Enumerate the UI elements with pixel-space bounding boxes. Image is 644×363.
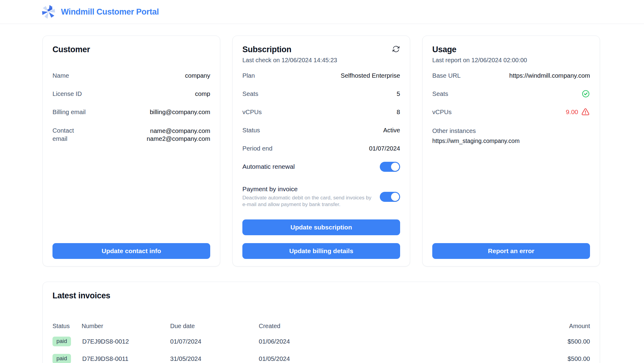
update-billing-details-button[interactable]: Update billing details — [242, 243, 400, 259]
invoice-amount: $500.00 — [532, 338, 590, 345]
contact-email-row: Contact email name@company.com name2@com… — [52, 121, 210, 148]
seats-label: Seats — [242, 90, 258, 98]
other-instance-url: https://wm_staging.company.com — [432, 137, 520, 144]
refresh-icon[interactable] — [392, 45, 400, 53]
windmill-logo-icon — [40, 4, 57, 20]
payment-by-invoice-description: Deactivate automatic debit on the card, … — [242, 195, 376, 208]
warning-triangle-icon — [581, 107, 590, 117]
invoice-due-date: 31/05/2024 — [170, 355, 259, 362]
vcpus-label: vCPUs — [242, 108, 262, 116]
invoices-table-header: Status Number Due date Created Amount — [52, 319, 590, 333]
payment-by-invoice-toggle[interactable] — [380, 192, 400, 202]
billing-email-row: Billing email billing@company.com — [52, 103, 210, 121]
payment-by-invoice-label: Payment by invoice — [242, 185, 376, 193]
billing-email-label: Billing email — [52, 108, 86, 116]
customer-name-row: Name company — [52, 66, 210, 85]
name-value: company — [185, 72, 210, 80]
license-id-label: License ID — [52, 90, 82, 98]
status-badge: paid — [52, 337, 71, 346]
vcpus-value: 8 — [397, 108, 400, 116]
column-amount: Amount — [532, 323, 590, 330]
main-content: Customer Name company License ID comp Bi… — [42, 36, 600, 363]
invoice-created: 01/06/2024 — [259, 338, 532, 345]
check-circle-icon — [582, 90, 590, 98]
usage-card: Usage Last report on 12/06/2024 02:00:00… — [422, 36, 600, 266]
invoice-amount: $500.00 — [532, 355, 590, 362]
base-url-row: Base URL https://windmill.company.com — [432, 66, 590, 85]
invoice-row: paid D7EJ9DS8-0012 01/07/2024 01/06/2024… — [52, 333, 590, 350]
base-url-label: Base URL — [432, 72, 460, 80]
invoices-table: Status Number Due date Created Amount pa… — [52, 319, 590, 363]
invoice-number: D7EJ9DS8-0012 — [82, 338, 170, 345]
column-status: Status — [52, 323, 82, 330]
report-an-error-button[interactable]: Report an error — [432, 243, 590, 259]
top-bar: Windmill Customer Portal — [0, 0, 644, 24]
base-url-value: https://windmill.company.com — [509, 72, 590, 80]
name-label: Name — [52, 72, 69, 80]
billing-email-value: billing@company.com — [150, 108, 210, 116]
status-row: Status Active — [242, 121, 400, 139]
subscription-card-title: Subscription — [242, 45, 291, 54]
invoice-row: paid D7EJ9DS8-0011 31/05/2024 01/05/2024… — [52, 350, 590, 363]
last-check-text: Last check on 12/06/2024 14:45:23 — [242, 57, 400, 64]
plan-row: Plan Selfhosted Enterprise — [242, 66, 400, 85]
invoice-created: 01/05/2024 — [259, 355, 532, 362]
period-end-value: 01/07/2024 — [369, 144, 400, 152]
other-instances-row: Other instances https://wm_staging.compa… — [432, 121, 590, 150]
period-end-label: Period end — [242, 144, 272, 153]
seats-row: Seats 5 — [242, 85, 400, 103]
last-report-text: Last report on 12/06/2024 02:00:00 — [432, 57, 590, 64]
invoice-due-date: 01/07/2024 — [170, 338, 259, 345]
usage-vcpus-value: 9.00 — [566, 108, 578, 116]
column-created: Created — [259, 323, 532, 330]
usage-vcpus-label: vCPUs — [432, 108, 452, 116]
license-id-row: License ID comp — [52, 85, 210, 103]
automatic-renewal-row: Automatic renewal — [242, 158, 400, 176]
update-contact-info-button[interactable]: Update contact info — [52, 243, 210, 259]
vcpus-row: vCPUs 8 — [242, 103, 400, 121]
status-value: Active — [383, 126, 400, 134]
column-due-date: Due date — [170, 323, 259, 330]
page-title: Windmill Customer Portal — [61, 7, 159, 17]
license-id-value: comp — [195, 90, 210, 98]
usage-seats-row: Seats — [432, 85, 590, 103]
status-badge: paid — [52, 354, 71, 363]
plan-label: Plan — [242, 72, 255, 80]
update-subscription-button[interactable]: Update subscription — [242, 219, 400, 235]
usage-card-title: Usage — [432, 45, 590, 54]
payment-by-invoice-row: Payment by invoice Deactivate automatic … — [242, 180, 400, 213]
status-label: Status — [242, 126, 260, 134]
usage-seats-label: Seats — [432, 90, 448, 98]
subscription-card: Subscription Last check on 12/06/2024 14… — [232, 36, 410, 266]
latest-invoices-card: Latest invoices Status Number Due date C… — [42, 282, 600, 363]
contact-email-value-2: name2@company.com — [147, 135, 210, 143]
usage-vcpus-row: vCPUs 9.00 — [432, 103, 590, 121]
customer-card-title: Customer — [52, 45, 210, 54]
automatic-renewal-toggle[interactable] — [380, 162, 400, 172]
latest-invoices-title: Latest invoices — [52, 291, 590, 300]
contact-email-label: Contact email — [52, 127, 86, 143]
invoice-number: D7EJ9DS8-0011 — [82, 355, 170, 362]
other-instances-label: Other instances — [432, 127, 476, 135]
seats-value: 5 — [397, 90, 400, 98]
customer-card: Customer Name company License ID comp Bi… — [42, 36, 220, 266]
automatic-renewal-label: Automatic renewal — [242, 163, 295, 170]
period-end-row: Period end 01/07/2024 — [242, 139, 400, 158]
plan-value: Selfhosted Enterprise — [341, 72, 400, 80]
contact-email-value-1: name@company.com — [147, 127, 210, 135]
column-number: Number — [82, 323, 170, 330]
